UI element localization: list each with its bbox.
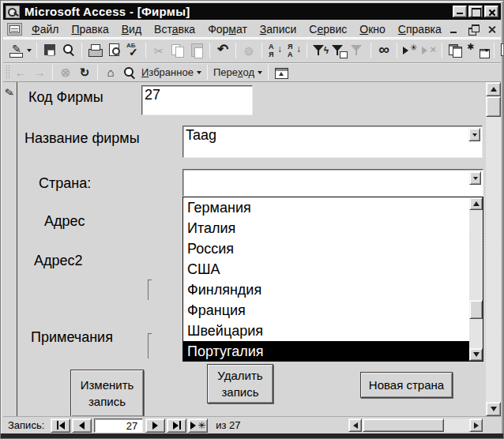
previous-record-button[interactable]	[72, 418, 92, 433]
menu-items: Файл Правка Вид Вставка Формат Записи Се…	[25, 21, 448, 37]
form-scroll-track[interactable]	[486, 96, 501, 402]
form-system-icon[interactable]	[7, 23, 22, 36]
list-vertical-scrollbar[interactable]	[469, 197, 483, 361]
print-button[interactable]	[85, 41, 104, 60]
help-button[interactable]: ?	[498, 41, 504, 60]
insert-hyperlink-button[interactable]: ⊚	[239, 41, 258, 60]
go-button[interactable]: Переход	[211, 64, 265, 81]
toolbar-separator	[52, 65, 53, 81]
child-close-button[interactable]	[486, 24, 498, 35]
toolbar-separator	[261, 43, 262, 58]
child-minimize-button[interactable]	[448, 24, 461, 35]
find-button[interactable]: ∞	[374, 41, 393, 60]
last-record-button[interactable]	[167, 418, 186, 433]
form-vertical-scrollbar[interactable]	[484, 82, 501, 416]
country-option[interactable]: Россия	[183, 238, 469, 259]
record-selector-bar[interactable]: ✎	[3, 82, 17, 416]
cut-button[interactable]: ✂	[149, 41, 168, 60]
list-scroll-up-button[interactable]	[469, 197, 483, 210]
delete-record-form-button[interactable]: Удалить запись	[207, 364, 273, 403]
new-object-button[interactable]: ✱	[465, 41, 491, 60]
menu-window[interactable]: Окно	[353, 21, 392, 37]
sort-ascending-button[interactable]: ↓	[265, 41, 284, 60]
country-options: Германия Италия Россия США Финляндия Фра…	[183, 197, 469, 361]
country-option[interactable]: Швейцария	[183, 321, 469, 341]
menu-file[interactable]: Файл	[25, 21, 65, 37]
save-button[interactable]	[40, 41, 59, 60]
new-country-button[interactable]: Новая страна	[360, 372, 453, 398]
h-scroll-thumb[interactable]	[363, 418, 444, 432]
menu-format[interactable]: Формат	[201, 21, 254, 37]
new-record-button[interactable]: ✳	[401, 41, 419, 60]
web-refresh-button[interactable]: ↻	[75, 64, 94, 81]
country-option[interactable]: Италия	[183, 218, 469, 238]
country-dropdown-button[interactable]	[469, 171, 481, 185]
menu-edit[interactable]: Правка	[65, 21, 115, 37]
new-record-nav-button[interactable]: ✳	[188, 418, 208, 433]
view-button[interactable]: ✎	[7, 41, 33, 60]
country-option[interactable]: Германия	[183, 197, 469, 218]
filter-by-form-button[interactable]	[329, 41, 348, 60]
menu-help[interactable]: Справка	[392, 21, 448, 37]
close-button[interactable]	[484, 6, 498, 17]
menu-insert[interactable]: Вставка	[148, 21, 201, 37]
company-name-combobox[interactable]: Taag	[182, 126, 483, 158]
web-forward-button[interactable]: →	[30, 64, 49, 81]
scroll-right-button[interactable]	[469, 418, 483, 432]
list-scroll-down-button[interactable]	[469, 348, 483, 361]
notes-field-edge	[148, 333, 152, 358]
show-web-toolbar-button[interactable]	[272, 64, 291, 81]
undo-button[interactable]: ↶	[213, 41, 232, 60]
web-stop-button[interactable]: ⊗	[56, 64, 75, 81]
menu-tools[interactable]: Сервис	[303, 21, 353, 37]
web-home-button[interactable]: ⌂	[101, 64, 120, 81]
record-nav-label: Запись:	[8, 419, 44, 431]
web-search-button[interactable]	[120, 64, 139, 81]
toolbar-separator	[145, 43, 146, 58]
list-scroll-track[interactable]	[469, 210, 483, 348]
country-option[interactable]: Франция	[183, 300, 469, 321]
menu-records[interactable]: Записи	[254, 21, 303, 37]
menu-view[interactable]: Вид	[115, 21, 148, 37]
print-preview-button[interactable]	[104, 41, 123, 60]
edit-record-button[interactable]: Изменить запись	[70, 370, 144, 416]
form-scroll-up-button[interactable]	[486, 82, 501, 96]
next-record-button[interactable]	[145, 418, 165, 433]
country-option[interactable]: США	[183, 259, 469, 280]
scroll-left-button[interactable]	[348, 418, 362, 432]
list-scroll-thumb[interactable]	[469, 300, 483, 319]
database-window-button[interactable]	[446, 41, 465, 60]
favorites-button[interactable]: Избранное	[139, 64, 204, 81]
web-back-button[interactable]: ←	[11, 64, 30, 81]
address-label: Адрес	[44, 213, 85, 230]
country-combobox[interactable]	[182, 169, 483, 197]
country-option[interactable]: Португалия	[183, 341, 469, 361]
filter-by-selection-button[interactable]: ϟ	[310, 41, 329, 60]
access-window: Microsoft Access - [Фирмы] Файл Правка В…	[0, 0, 504, 439]
form-scroll-down-button[interactable]	[486, 402, 501, 416]
form-scroll-thumb[interactable]	[486, 96, 501, 117]
toolbar-separator	[307, 43, 307, 58]
toolbar-grip[interactable]	[6, 65, 9, 80]
first-record-button[interactable]	[51, 418, 70, 433]
paste-button[interactable]	[187, 41, 206, 60]
company-name-dropdown-button[interactable]	[468, 128, 480, 141]
maximize-button[interactable]	[468, 6, 483, 17]
window-bottom-frame	[1, 433, 503, 438]
minimize-button[interactable]	[453, 6, 467, 17]
menu-bar: Файл Правка Вид Вставка Формат Записи Се…	[3, 20, 501, 39]
file-search-button[interactable]	[59, 41, 78, 60]
apply-filter-button[interactable]	[348, 41, 367, 60]
spelling-button[interactable]: ✓	[123, 41, 142, 60]
current-record-field[interactable]: 27	[94, 418, 143, 433]
country-option[interactable]: Финляндия	[183, 280, 469, 300]
delete-record-button[interactable]: ×	[419, 41, 438, 60]
child-restore-button[interactable]	[467, 24, 480, 35]
sort-descending-button[interactable]: ↓	[284, 41, 303, 60]
form-horizontal-scrollbar[interactable]	[348, 418, 483, 432]
company-name-value: Taag	[183, 126, 482, 144]
code-field[interactable]: 27	[141, 85, 253, 115]
copy-button[interactable]	[168, 41, 187, 60]
toolbar-separator	[397, 43, 397, 58]
toolbar-separator	[235, 43, 236, 58]
